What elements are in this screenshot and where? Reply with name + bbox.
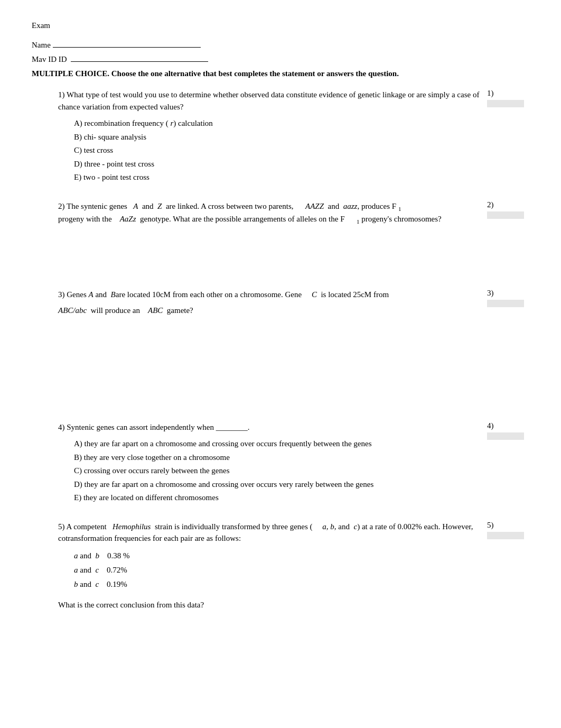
q3-genotype: ABC/abc: [58, 306, 87, 315]
q5-spacer3: [58, 699, 487, 728]
q2-right-num: 2): [487, 200, 494, 209]
q3-gene-a: A: [89, 290, 94, 299]
question-5: 5) A competent Hemophilus strain is indi…: [32, 521, 529, 729]
q5-answer-line: [487, 532, 524, 539]
q1-choice-c: C) test cross: [74, 144, 487, 158]
q5-spacer: [58, 615, 487, 657]
question-4: 4) Syntenic genes can assort independent…: [32, 421, 529, 505]
q1-right-num: 1): [487, 89, 494, 98]
q1-choices: A) recombination frequency ( r) calculat…: [74, 117, 487, 185]
q2-spacer: [58, 231, 487, 273]
q5-pair-ab: a and b 0.38 %: [74, 549, 487, 563]
q1-number: 1): [58, 90, 67, 99]
q5-genes-abc: a, b,: [322, 522, 336, 531]
q1-choice-e: E) two - point test cross: [74, 171, 487, 185]
q2-parent1: AAZZ: [305, 202, 324, 210]
q5-intro: 5) A competent Hemophilus strain is indi…: [58, 521, 487, 545]
q2-right: 2): [487, 200, 529, 219]
header: Exam Name Mav ID ID MULTIPLE CHOICE. Cho…: [32, 21, 529, 78]
mayid-line: Mav ID ID: [32, 55, 529, 64]
q3-answer-line: [487, 300, 524, 307]
q5-gene-c: c: [354, 522, 358, 531]
q4-right: 4): [487, 421, 529, 440]
q4-right-num: 4): [487, 421, 494, 430]
q4-content: 4) Syntenic genes can assort independent…: [48, 421, 487, 505]
question-1: 1) What type of test would you use to de…: [32, 89, 529, 185]
q2-answer-line: [487, 211, 524, 219]
q3-content: 3) Genes A and Bare located 10cM from ea…: [48, 289, 487, 406]
q5-spacer2: [58, 657, 487, 699]
q4-choice-e: E) they are located on different chromos…: [74, 491, 487, 505]
q3-right-num: 3): [487, 289, 494, 298]
mayid-underline: [71, 61, 208, 62]
q1-choice-a: A) recombination frequency ( r) calculat…: [74, 117, 487, 131]
q1-right: 1): [487, 89, 529, 107]
q5-pair-bc: b and c 0.19%: [74, 577, 487, 592]
q3-text: 3) Genes A and Bare located 10cM from ea…: [58, 289, 487, 301]
q1-content: 1) What type of test would you use to de…: [48, 89, 487, 185]
q5-content: 5) A competent Hemophilus strain is indi…: [48, 521, 487, 729]
q2-text: 2) The syntenic genes A and Z are linked…: [58, 200, 487, 226]
name-label: Name: [32, 41, 51, 49]
q1-choice-b: B) chi- square analysis: [74, 131, 487, 144]
q5-conclusion: What is the correct conclusion from this…: [58, 599, 487, 611]
q2-gene-z: Z: [157, 202, 162, 210]
q4-choice-c: C) crossing over occurs rarely between t…: [74, 464, 487, 478]
q3-right: 3): [487, 289, 529, 307]
q3-text2: ABC/abc will produce an ABC gamete?: [58, 305, 487, 317]
name-underline: [53, 47, 201, 48]
q1-answer-line: [487, 100, 524, 107]
q3-gamete: ABC: [148, 306, 163, 315]
exam-title: Exam: [32, 21, 529, 30]
q4-choice-a: A) they are far apart on a chromosome an…: [74, 437, 487, 451]
q2-gene-a: A: [133, 202, 138, 210]
q4-answer-line: [487, 432, 524, 440]
q2-content: 2) The syntenic genes A and Z are linked…: [48, 200, 487, 273]
q5-bacteria: Hemophilus: [113, 522, 151, 531]
q3-spacer: [58, 321, 487, 363]
q5-right-num: 5): [487, 521, 494, 530]
q3-gene-c: C: [312, 290, 317, 299]
q5-right: 5): [487, 521, 529, 539]
q2-sub2: 1: [357, 218, 360, 225]
name-line: Name: [32, 41, 529, 50]
q5-pair-ac: a and c 0.72%: [74, 563, 487, 577]
q1-choice-d: D) three - point test cross: [74, 158, 487, 171]
q4-text: 4) Syntenic genes can assort independent…: [58, 421, 487, 434]
q4-number: 4): [58, 423, 67, 431]
q2-number: 2): [58, 202, 67, 210]
q3-spacer2: [58, 363, 487, 406]
q3-number: 3): [58, 290, 67, 299]
q5-pairs: a and b 0.38 % a and c 0.72% b and c 0.1…: [74, 549, 487, 592]
instructions: MULTIPLE CHOICE. Choose the one alternat…: [32, 69, 529, 78]
q3-gene-b: B: [111, 290, 116, 299]
q2-parent2: aazz: [343, 202, 358, 210]
q4-choice-b: B) they are very close together on a chr…: [74, 451, 487, 465]
question-2: 2) The syntenic genes A and Z are linked…: [32, 200, 529, 273]
q4-choice-d: D) they are far apart on a chromosome an…: [74, 478, 487, 492]
q2-genotype: AaZz: [120, 215, 136, 223]
q2-sub1: 1: [398, 206, 401, 212]
mayid-label: Mav ID: [32, 55, 57, 63]
q4-choices: A) they are far apart on a chromosome an…: [74, 437, 487, 505]
q5-number: 5): [58, 522, 66, 531]
q1-text: 1) What type of test would you use to de…: [58, 89, 487, 113]
question-3: 3) Genes A and Bare located 10cM from ea…: [32, 289, 529, 406]
